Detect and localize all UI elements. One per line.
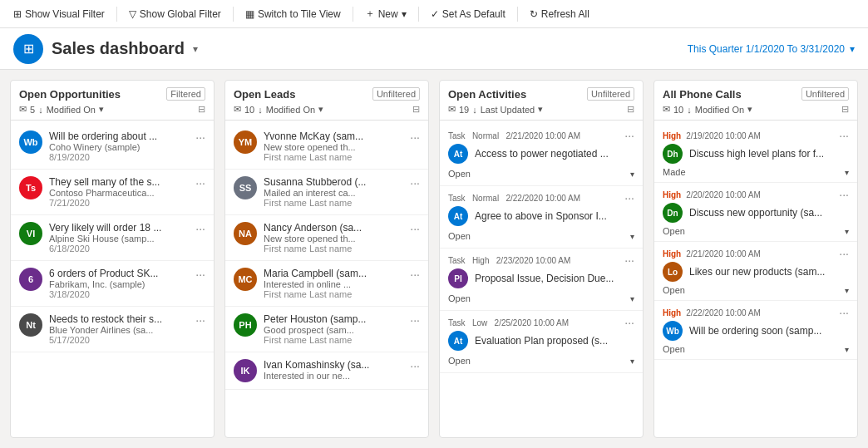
activity-card-1[interactable]: Task Normal 2/22/2020 10:00 AM ··· At Ag… bbox=[440, 186, 643, 249]
phone-chevron-icon-1[interactable]: ▾ bbox=[845, 227, 849, 236]
activity-card-2[interactable]: Task High 2/23/2020 10:00 AM ··· PI Prop… bbox=[440, 249, 643, 311]
card-content-open-leads-0: Yvonne McKay (sam...New store opened th.… bbox=[264, 130, 403, 162]
phone-chevron-icon-3[interactable]: ▾ bbox=[845, 345, 849, 354]
phone-card-3[interactable]: High 2/22/2020 10:00 AM ··· Wb Will be o… bbox=[654, 301, 857, 360]
card-more-open-opportunities-1[interactable]: ··· bbox=[195, 176, 205, 190]
activity-chevron-icon-0[interactable]: ▾ bbox=[630, 170, 634, 179]
card-date-open-opportunities-4: 5/17/2020 bbox=[49, 335, 189, 345]
phone-more-3[interactable]: ··· bbox=[839, 306, 849, 319]
card-open-leads-1[interactable]: SSSusanna Stubberod (...Mailed an intere… bbox=[225, 170, 428, 215]
header: ⊞ Sales dashboard ▾ This Quarter 1/1/202… bbox=[0, 28, 868, 70]
new-button[interactable]: ＋ New ▾ bbox=[358, 3, 413, 24]
avatar-open-opportunities-2: VI bbox=[19, 222, 42, 245]
column-open-activities: Open ActivitiesUnfiltered✉ 19 ↓ Last Upd… bbox=[439, 80, 644, 438]
activity-more-1[interactable]: ··· bbox=[624, 191, 634, 204]
sep4 bbox=[418, 7, 419, 22]
phone-status-0: Made bbox=[663, 167, 686, 177]
phone-chevron-icon-0[interactable]: ▾ bbox=[845, 168, 849, 177]
col-sort-all-phone-calls[interactable]: ✉ 10 ↓ Modified On ▾ bbox=[663, 104, 752, 115]
col-title-row-open-activities: Open ActivitiesUnfiltered bbox=[448, 87, 634, 101]
card-more-open-leads-5[interactable]: ··· bbox=[410, 359, 420, 372]
col-sort-chevron-icon[interactable]: ▾ bbox=[747, 104, 752, 115]
card-more-open-leads-4[interactable]: ··· bbox=[410, 313, 420, 327]
activity-status-2: Open bbox=[448, 293, 471, 303]
activity-chevron-icon-3[interactable]: ▾ bbox=[630, 357, 634, 366]
col-title-row-all-phone-calls: All Phone CallsUnfiltered bbox=[663, 87, 849, 101]
phone-more-1[interactable]: ··· bbox=[839, 188, 849, 201]
activity-status-0: Open bbox=[448, 169, 471, 179]
date-range-chevron-icon[interactable]: ▾ bbox=[850, 43, 855, 55]
card-open-leads-0[interactable]: YMYvonne McKay (sam...New store opened t… bbox=[225, 124, 428, 170]
col-sort-chevron-icon[interactable]: ▾ bbox=[538, 104, 543, 115]
avatar-open-leads-2: NA bbox=[234, 222, 257, 245]
card-open-opportunities-2[interactable]: VIVery likely will order 18 ...Alpine Sk… bbox=[11, 215, 214, 261]
column-open-opportunities: Open OpportunitiesFiltered✉ 5 ↓ Modified… bbox=[10, 80, 215, 438]
activity-more-3[interactable]: ··· bbox=[624, 316, 634, 329]
col-filter-icon-open-leads[interactable]: ⊟ bbox=[412, 104, 420, 115]
card-open-leads-2[interactable]: NANancy Anderson (sa...New store opened … bbox=[225, 215, 428, 261]
card-more-open-leads-0[interactable]: ··· bbox=[410, 130, 420, 144]
card-open-leads-5[interactable]: IKIvan Komashinsky (sa...Interested in o… bbox=[225, 352, 428, 390]
activity-tag-1: Task Normal 2/22/2020 10:00 AM bbox=[448, 194, 580, 203]
activity-card-3[interactable]: Task Low 2/25/2020 10:00 AM ··· At Evalu… bbox=[440, 311, 643, 373]
activity-more-2[interactable]: ··· bbox=[624, 254, 634, 267]
col-icons-open-leads: ⊟ bbox=[412, 104, 420, 115]
switch-tile-view-button[interactable]: ▦ Switch to Tile View bbox=[239, 5, 348, 23]
card-open-opportunities-4[interactable]: NtNeeds to restock their s...Blue Yonder… bbox=[11, 307, 214, 352]
refresh-all-button[interactable]: ↻ Refresh All bbox=[523, 5, 596, 23]
col-sort-chevron-icon[interactable]: ▾ bbox=[99, 104, 104, 115]
col-sort-chevron-icon[interactable]: ▾ bbox=[318, 104, 323, 115]
set-default-button[interactable]: ✓ Set As Default bbox=[424, 5, 512, 23]
col-filter-row-open-opportunities: ✉ 5 ↓ Modified On ▾⊟ bbox=[19, 104, 205, 115]
activity-chevron-icon-1[interactable]: ▾ bbox=[630, 232, 634, 241]
set-default-icon: ✓ bbox=[431, 8, 439, 20]
phone-card-1[interactable]: High 2/20/2020 10:00 AM ··· Dn Discuss n… bbox=[654, 183, 857, 242]
show-global-filter-button[interactable]: ▽ Show Global Filter bbox=[122, 5, 228, 23]
header-left: ⊞ Sales dashboard ▾ bbox=[13, 34, 198, 64]
card-open-opportunities-3[interactable]: 66 orders of Product SK...Fabrikam, Inc.… bbox=[11, 261, 214, 307]
card-open-leads-3[interactable]: MCMaria Campbell (sam...Interested in on… bbox=[225, 261, 428, 307]
phone-card-2[interactable]: High 2/21/2020 10:00 AM ··· Lo Likes our… bbox=[654, 242, 857, 301]
activity-status-1: Open bbox=[448, 231, 471, 241]
avatar-open-leads-4: PH bbox=[234, 313, 257, 337]
card-more-open-leads-2[interactable]: ··· bbox=[410, 222, 420, 235]
card-more-open-leads-1[interactable]: ··· bbox=[410, 176, 420, 190]
show-visual-filter-button[interactable]: ⊞ Show Visual Filter bbox=[7, 5, 111, 23]
card-more-open-opportunities-3[interactable]: ··· bbox=[195, 268, 205, 281]
card-open-opportunities-0[interactable]: WbWill be ordering about ...Coho Winery … bbox=[11, 124, 214, 170]
avatar-open-opportunities-0: Wb bbox=[19, 130, 42, 154]
activity-tag-0: Task Normal 2/21/2020 10:00 AM bbox=[448, 131, 580, 140]
col-sort-open-leads[interactable]: ✉ 10 ↓ Modified On ▾ bbox=[234, 104, 323, 115]
card-meta-open-leads-3: First name Last name bbox=[264, 289, 403, 299]
date-range[interactable]: This Quarter 1/1/2020 To 3/31/2020 ▾ bbox=[688, 43, 855, 55]
activity-card-0[interactable]: Task Normal 2/21/2020 10:00 AM ··· At Ac… bbox=[440, 124, 643, 186]
phone-more-0[interactable]: ··· bbox=[839, 129, 849, 142]
card-sub-open-leads-0: New store opened th... bbox=[264, 142, 403, 152]
phone-priority-2: High bbox=[663, 249, 681, 258]
phone-card-0[interactable]: High 2/19/2020 10:00 AM ··· Dh Discuss h… bbox=[654, 124, 857, 183]
sep1 bbox=[116, 7, 117, 22]
card-open-opportunities-1[interactable]: TsThey sell many of the s...Contoso Phar… bbox=[11, 170, 214, 215]
activity-desc-3: Evaluation Plan proposed (s... bbox=[475, 335, 634, 347]
phone-chevron-icon-2[interactable]: ▾ bbox=[845, 286, 849, 295]
card-open-leads-4[interactable]: PHPeter Houston (samp...Good prospect (s… bbox=[225, 307, 428, 352]
header-chevron-icon[interactable]: ▾ bbox=[193, 43, 198, 55]
col-filter-icon-all-phone-calls[interactable]: ⊟ bbox=[841, 104, 849, 115]
col-sort-arrow-icon: ↓ bbox=[687, 105, 692, 115]
col-sort-label-open-opportunities: Modified On bbox=[47, 105, 96, 115]
card-more-open-opportunities-2[interactable]: ··· bbox=[195, 222, 205, 235]
col-badge-open-activities: Unfiltered bbox=[587, 87, 634, 101]
phone-more-2[interactable]: ··· bbox=[839, 247, 849, 260]
card-title-open-opportunities-2: Very likely will order 18 ... bbox=[49, 222, 189, 234]
activity-chevron-icon-2[interactable]: ▾ bbox=[630, 294, 634, 303]
card-more-open-opportunities-0[interactable]: ··· bbox=[195, 130, 205, 144]
card-sub-open-leads-5: Interested in our ne... bbox=[264, 371, 403, 381]
col-sort-open-activities[interactable]: ✉ 19 ↓ Last Updated ▾ bbox=[448, 104, 543, 115]
col-sort-open-opportunities[interactable]: ✉ 5 ↓ Modified On ▾ bbox=[19, 104, 104, 115]
phone-desc-3: Will be ordering soon (samp... bbox=[689, 325, 849, 337]
col-filter-icon-open-activities[interactable]: ⊟ bbox=[627, 104, 634, 115]
col-filter-icon-open-opportunities[interactable]: ⊟ bbox=[198, 104, 205, 115]
card-more-open-leads-3[interactable]: ··· bbox=[410, 268, 420, 281]
activity-more-0[interactable]: ··· bbox=[624, 129, 634, 142]
card-more-open-opportunities-4[interactable]: ··· bbox=[195, 313, 205, 327]
